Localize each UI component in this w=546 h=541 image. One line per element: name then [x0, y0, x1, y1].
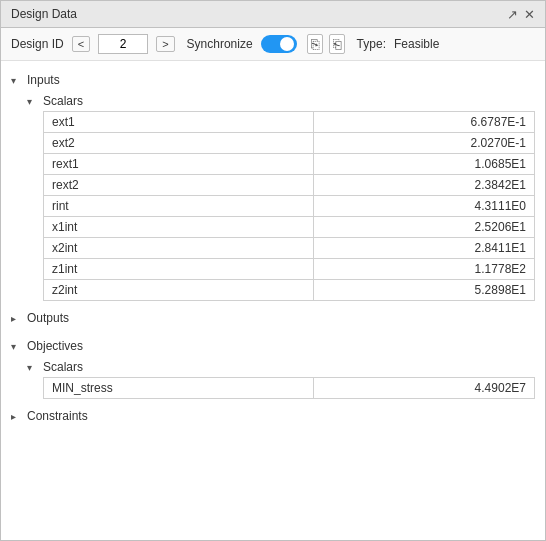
constraints-section-title: Constraints — [27, 409, 88, 423]
inputs-section-header[interactable]: ▾ Inputs — [11, 69, 535, 91]
row-value: 2.3842E1 — [314, 175, 535, 196]
row-name: MIN_stress — [44, 378, 314, 399]
objectives-scalars-table: MIN_stress 4.4902E7 — [43, 377, 535, 399]
objectives-scalars-subsection: ▾ Scalars MIN_stress 4.4902E7 — [27, 357, 535, 399]
copy-icon[interactable]: ⎘ — [307, 34, 323, 54]
design-id-label: Design ID — [11, 37, 64, 51]
content-area: ▾ Inputs ▾ Scalars ext1 6.6787E-1 ext2 — [1, 61, 545, 540]
outputs-section: ▸ Outputs — [11, 307, 535, 329]
row-value: 2.5206E1 — [314, 217, 535, 238]
row-name: x1int — [44, 217, 314, 238]
paste-icon[interactable]: ⎗ — [329, 34, 345, 54]
next-design-button[interactable]: > — [156, 36, 174, 52]
type-value: Feasible — [394, 37, 439, 51]
table-row: MIN_stress 4.4902E7 — [44, 378, 535, 399]
table-row: rint 4.3111E0 — [44, 196, 535, 217]
inputs-scalars-table: ext1 6.6787E-1 ext2 2.0270E-1 rext1 1.06… — [43, 111, 535, 301]
objectives-section-title: Objectives — [27, 339, 83, 353]
inputs-section-title: Inputs — [27, 73, 60, 87]
row-name: z2int — [44, 280, 314, 301]
panel-title: Design Data — [11, 7, 77, 21]
row-name: rext1 — [44, 154, 314, 175]
panel-header: Design Data ↗ ✕ — [1, 1, 545, 28]
table-row: x1int 2.5206E1 — [44, 217, 535, 238]
inputs-scalars-chevron: ▾ — [27, 96, 39, 107]
table-row: rext1 1.0685E1 — [44, 154, 535, 175]
row-value: 2.8411E1 — [314, 238, 535, 259]
row-value: 4.3111E0 — [314, 196, 535, 217]
constraints-section-header[interactable]: ▸ Constraints — [11, 405, 535, 427]
table-row: z2int 5.2898E1 — [44, 280, 535, 301]
table-row: ext2 2.0270E-1 — [44, 133, 535, 154]
design-data-panel: Design Data ↗ ✕ Design ID < > Synchroniz… — [0, 0, 546, 541]
outputs-section-title: Outputs — [27, 311, 69, 325]
row-value: 4.4902E7 — [314, 378, 535, 399]
table-row: ext1 6.6787E-1 — [44, 112, 535, 133]
table-row: x2int 2.8411E1 — [44, 238, 535, 259]
row-value: 1.1778E2 — [314, 259, 535, 280]
design-id-input[interactable] — [98, 34, 148, 54]
objectives-scalars-tbody: MIN_stress 4.4902E7 — [44, 378, 535, 399]
inputs-scalars-subsection: ▾ Scalars ext1 6.6787E-1 ext2 2.0270E-1 — [27, 91, 535, 301]
outputs-chevron: ▸ — [11, 313, 23, 324]
inputs-chevron: ▾ — [11, 75, 23, 86]
objectives-scalars-header[interactable]: ▾ Scalars — [27, 357, 535, 377]
row-value: 5.2898E1 — [314, 280, 535, 301]
objectives-section: ▾ Objectives ▾ Scalars MIN_stress 4.4902… — [11, 335, 535, 399]
row-value: 1.0685E1 — [314, 154, 535, 175]
prev-design-button[interactable]: < — [72, 36, 90, 52]
row-name: ext1 — [44, 112, 314, 133]
toggle-slider — [261, 35, 297, 53]
objectives-section-header[interactable]: ▾ Objectives — [11, 335, 535, 357]
row-name: x2int — [44, 238, 314, 259]
sync-label: Synchronize — [187, 37, 253, 51]
type-label: Type: — [357, 37, 386, 51]
external-link-icon[interactable]: ↗ — [507, 8, 518, 21]
row-name: z1int — [44, 259, 314, 280]
row-value: 6.6787E-1 — [314, 112, 535, 133]
inputs-scalars-header[interactable]: ▾ Scalars — [27, 91, 535, 111]
objectives-scalars-chevron: ▾ — [27, 362, 39, 373]
table-row: rext2 2.3842E1 — [44, 175, 535, 196]
table-row: z1int 1.1778E2 — [44, 259, 535, 280]
constraints-section: ▸ Constraints — [11, 405, 535, 427]
row-name: ext2 — [44, 133, 314, 154]
panel-header-icons: ↗ ✕ — [507, 8, 535, 21]
row-name: rext2 — [44, 175, 314, 196]
toolbar-icons: ⎘ ⎗ — [307, 34, 345, 54]
outputs-section-header[interactable]: ▸ Outputs — [11, 307, 535, 329]
inputs-scalars-tbody: ext1 6.6787E-1 ext2 2.0270E-1 rext1 1.06… — [44, 112, 535, 301]
close-icon[interactable]: ✕ — [524, 8, 535, 21]
row-name: rint — [44, 196, 314, 217]
inputs-scalars-title: Scalars — [43, 94, 83, 108]
constraints-chevron: ▸ — [11, 411, 23, 422]
sync-toggle[interactable] — [261, 35, 297, 53]
objectives-chevron: ▾ — [11, 341, 23, 352]
inputs-section: ▾ Inputs ▾ Scalars ext1 6.6787E-1 ext2 — [11, 69, 535, 301]
objectives-scalars-title: Scalars — [43, 360, 83, 374]
toolbar: Design ID < > Synchronize ⎘ ⎗ Type: Feas… — [1, 28, 545, 61]
row-value: 2.0270E-1 — [314, 133, 535, 154]
